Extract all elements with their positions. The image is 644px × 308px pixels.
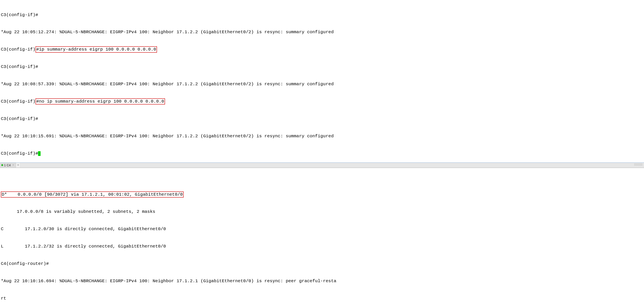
add-tab-button[interactable]: + [16, 163, 20, 168]
grip-icon[interactable] [634, 164, 643, 166]
highlighted-command: #no ip summary-address eigrp 100 0.0.0.0… [36, 98, 165, 105]
prompt-prefix: C3(config-if) [1, 99, 36, 104]
log-line: *Aug 22 10:10:16.694: %DUAL-5-NBRCHANGE:… [1, 278, 643, 284]
prompt-text: C3(config-if)# [1, 151, 38, 156]
status-dot-icon [1, 164, 3, 166]
terminal-pane-c3[interactable]: C3(config-if)# *Aug 22 10:05:12.274: %DU… [0, 0, 644, 162]
prompt-with-cursor[interactable]: C3(config-if)# [1, 151, 643, 156]
prompt-prefix: C3(config-if) [1, 47, 36, 52]
log-line: *Aug 22 10:05:12.274: %DUAL-5-NBRCHANGE:… [1, 29, 643, 35]
prompt-line: C4(config-router)# [1, 261, 643, 266]
command-line: C3(config-if)#no ip summary-address eigr… [1, 99, 643, 104]
route-line: C 17.1.2.0/30 is directly connected, Gig… [1, 226, 643, 232]
prompt-line: C3(config-if)# [1, 116, 643, 122]
log-line-wrap: rt [1, 295, 643, 301]
route-line: L 17.1.2.2/32 is directly connected, Gig… [1, 243, 643, 249]
close-icon[interactable]: × [12, 163, 14, 167]
prompt-line: C3(config-if)# [1, 64, 643, 70]
plus-icon: + [17, 163, 19, 167]
log-line: *Aug 22 10:08:57.339: %DUAL-5-NBRCHANGE:… [1, 81, 643, 87]
route-line: D* 0.0.0.0/0 [90/3072] via 17.1.2.1, 00:… [1, 192, 643, 197]
highlighted-route: D* 0.0.0.0/0 [90/3072] via 17.1.2.1, 00:… [1, 191, 184, 198]
log-line: *Aug 22 10:10:15.691: %DUAL-5-NBRCHANGE:… [1, 133, 643, 139]
highlighted-command: #ip summary-address eigrp 100 0.0.0.0 0.… [36, 46, 157, 53]
pane-divider[interactable]: 1 C4 × + [0, 162, 644, 168]
prompt-line: C3(config-if)# [1, 12, 643, 18]
route-line: 17.0.0.0/8 is variably subnetted, 2 subn… [1, 209, 643, 214]
terminal-pane-c4[interactable]: D* 0.0.0.0/0 [90/3072] via 17.1.2.1, 00:… [0, 168, 644, 308]
tab-label: 1 C4 [4, 163, 11, 167]
cursor-icon [38, 151, 40, 156]
command-line: C3(config-if)#ip summary-address eigrp 1… [1, 47, 643, 52]
tab-c4[interactable]: 1 C4 × [0, 163, 16, 168]
tab-bar: 1 C4 × + [0, 163, 644, 168]
